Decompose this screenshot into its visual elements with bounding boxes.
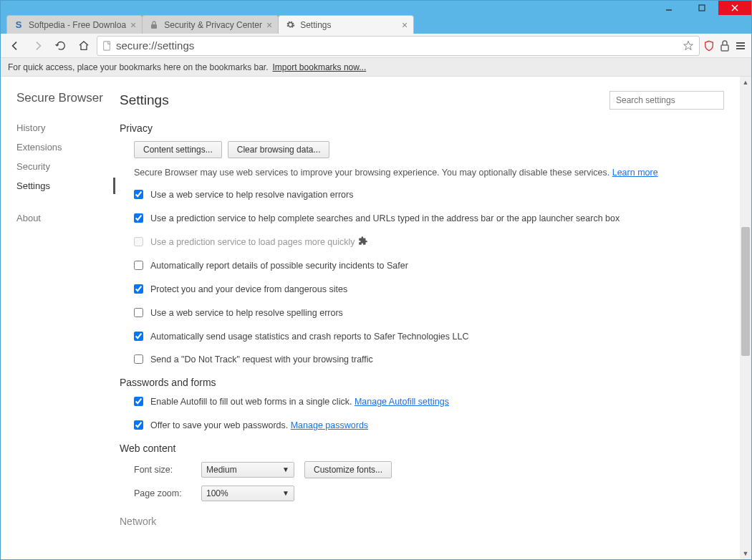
- menu-icon[interactable]: [734, 39, 747, 52]
- privacy-checkbox-4[interactable]: [134, 284, 143, 294]
- forward-button[interactable]: [28, 36, 48, 56]
- section-passwords-title: Passwords and forms: [120, 377, 724, 388]
- lock-icon: [148, 19, 160, 31]
- privacy-check-label: Automatically report details of possible…: [150, 259, 408, 273]
- chevron-down-icon: ▼: [282, 465, 289, 473]
- privacy-checkbox-row: Use a web service to help resolve spelli…: [134, 306, 693, 320]
- font-size-select[interactable]: Medium▼: [201, 462, 294, 478]
- toolbar: secure://settings: [1, 34, 751, 58]
- privacy-checkbox-7[interactable]: [134, 354, 143, 364]
- tab-label: Security & Privacy Center: [164, 20, 262, 30]
- reload-button[interactable]: [51, 36, 71, 56]
- tab-softpedia[interactable]: S Softpedia - Free Downloa ×: [6, 15, 143, 34]
- puzzle-icon: [358, 236, 368, 250]
- svg-rect-5: [104, 41, 110, 49]
- page-title: Settings: [120, 92, 169, 108]
- tab-strip: S Softpedia - Free Downloa × Security & …: [1, 15, 751, 34]
- autofill-label: Enable Autofill to fill out web forms in…: [150, 397, 352, 407]
- content-settings-button[interactable]: Content settings...: [134, 141, 222, 158]
- privacy-check-label: Protect you and your device from dangero…: [150, 283, 347, 296]
- sidebar-item-security[interactable]: Security: [16, 157, 115, 176]
- tab-label: Softpedia - Free Downloa: [29, 20, 126, 30]
- bookmarks-bar: For quick access, place your bookmarks h…: [1, 58, 751, 77]
- privacy-checkbox-6[interactable]: [134, 332, 143, 341]
- address-bar[interactable]: secure://settings: [97, 36, 700, 56]
- manage-autofill-link[interactable]: Manage Autofill settings: [355, 397, 449, 407]
- privacy-checkbox-2: [134, 237, 143, 246]
- bookmarks-hint: For quick access, place your bookmarks h…: [8, 62, 269, 72]
- manage-passwords-link[interactable]: Manage passwords: [291, 420, 368, 430]
- sidebar-item-extensions[interactable]: Extensions: [16, 137, 115, 157]
- brand-title: Secure Browser: [16, 91, 115, 105]
- home-button[interactable]: [74, 36, 94, 56]
- privacy-check-label: Use a web service to help resolve spelli…: [150, 306, 343, 320]
- clear-browsing-data-button[interactable]: Clear browsing data...: [228, 141, 330, 158]
- svg-rect-6: [721, 45, 728, 51]
- sidebar: Secure Browser History Extensions Securi…: [1, 77, 115, 559]
- learn-more-link[interactable]: Learn more: [612, 168, 658, 178]
- svg-rect-1: [699, 5, 705, 11]
- privacy-checkbox-3[interactable]: [134, 261, 143, 270]
- customize-fonts-button[interactable]: Customize fonts...: [304, 461, 392, 478]
- star-icon[interactable]: [682, 39, 695, 52]
- sidebar-item-about[interactable]: About: [16, 208, 115, 228]
- section-privacy-title: Privacy: [120, 122, 724, 134]
- section-webcontent-title: Web content: [120, 443, 724, 454]
- privacy-checkbox-row: Use a web service to help resolve naviga…: [134, 188, 693, 202]
- gear-icon: [284, 19, 296, 31]
- save-passwords-checkbox[interactable]: [134, 420, 143, 430]
- tab-settings[interactable]: Settings ×: [278, 15, 414, 34]
- privacy-check-label: Use a prediction service to help complet…: [150, 212, 620, 226]
- back-button[interactable]: [5, 36, 25, 56]
- privacy-checkbox-row: Automatically report details of possible…: [134, 259, 693, 273]
- close-button[interactable]: [718, 1, 751, 15]
- scroll-down-icon[interactable]: ▼: [740, 548, 751, 559]
- privacy-check-label: Automatically send usage statistics and …: [150, 330, 468, 344]
- url-text: secure://settings: [116, 39, 194, 52]
- privacy-checkbox-1[interactable]: [134, 213, 143, 223]
- scrollbar[interactable]: ▲ ▼: [740, 77, 751, 559]
- close-icon[interactable]: ×: [130, 19, 136, 31]
- section-network-title: Network: [120, 516, 724, 527]
- privacy-checkbox-row: Use a prediction service to help complet…: [134, 212, 693, 226]
- search-settings-input[interactable]: [609, 91, 724, 110]
- privacy-checkbox-0[interactable]: [134, 190, 143, 199]
- svg-rect-4: [151, 24, 157, 29]
- sidebar-item-history[interactable]: History: [16, 118, 115, 137]
- shield-icon[interactable]: [703, 39, 715, 52]
- minimize-button[interactable]: [652, 1, 685, 15]
- close-icon[interactable]: ×: [402, 19, 408, 31]
- page-zoom-select[interactable]: 100%▼: [201, 486, 294, 501]
- tab-favicon-icon: S: [13, 19, 24, 31]
- lock-icon[interactable]: [718, 39, 731, 52]
- privacy-check-label: Send a "Do Not Track" request with your …: [150, 353, 373, 367]
- maximize-button[interactable]: [685, 1, 718, 15]
- page-icon: [102, 41, 112, 51]
- privacy-check-label: Use a prediction service to load pages m…: [150, 236, 368, 250]
- page-zoom-label: Page zoom:: [134, 488, 191, 498]
- import-bookmarks-link[interactable]: Import bookmarks now...: [273, 62, 367, 72]
- privacy-checkbox-5[interactable]: [134, 308, 143, 317]
- sidebar-item-settings[interactable]: Settings: [16, 176, 115, 195]
- scroll-up-icon[interactable]: ▲: [740, 77, 751, 88]
- privacy-checkbox-row: Send a "Do Not Track" request with your …: [134, 353, 693, 367]
- titlebar: [1, 1, 751, 15]
- privacy-checkbox-row: Automatically send usage statistics and …: [134, 330, 693, 344]
- savepw-label: Offer to save your web passwords.: [150, 420, 288, 430]
- privacy-explain: Secure Browser may use web services to i…: [134, 165, 693, 180]
- tab-label: Settings: [300, 20, 331, 30]
- privacy-checkbox-row: Use a prediction service to load pages m…: [134, 236, 693, 250]
- privacy-check-label: Use a web service to help resolve naviga…: [150, 188, 353, 202]
- font-size-label: Font size:: [134, 465, 191, 475]
- close-icon[interactable]: ×: [266, 19, 272, 31]
- privacy-checkbox-row: Protect you and your device from dangero…: [134, 283, 693, 296]
- tab-security-center[interactable]: Security & Privacy Center ×: [142, 15, 279, 34]
- chevron-down-icon: ▼: [282, 489, 289, 497]
- autofill-checkbox[interactable]: [134, 397, 143, 406]
- scrollbar-thumb[interactable]: [741, 227, 750, 356]
